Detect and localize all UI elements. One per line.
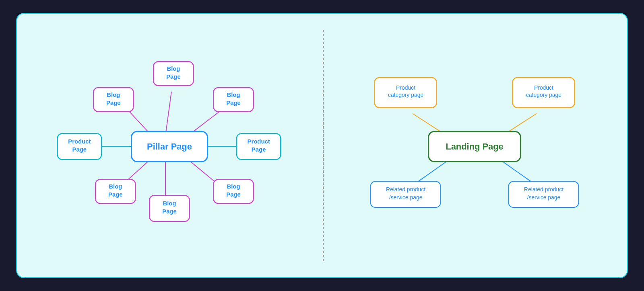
svg-text:Product: Product (396, 84, 415, 91)
svg-text:Blog: Blog (167, 66, 180, 72)
svg-line-1 (165, 92, 171, 135)
svg-text:Blog: Blog (109, 183, 122, 190)
svg-text:Landing Page: Landing Page (446, 141, 503, 152)
svg-text:Page: Page (226, 100, 241, 106)
svg-text:Page: Page (226, 191, 241, 198)
svg-text:Page: Page (72, 146, 87, 153)
svg-text:Page: Page (166, 74, 181, 80)
right-panel: Product category page Product category p… (322, 14, 627, 277)
svg-text:Blog: Blog (227, 92, 240, 98)
svg-text:category page: category page (388, 92, 423, 98)
svg-text:Pillar Page: Pillar Page (147, 141, 192, 152)
svg-text:/service page: /service page (389, 194, 423, 201)
svg-text:Page: Page (106, 100, 121, 106)
landing-diagram: Product category page Product category p… (322, 14, 627, 277)
left-panel: Blog Page Blog Page Blog Page Blog Page … (17, 14, 322, 277)
svg-text:Blog: Blog (107, 92, 120, 98)
svg-text:Blog: Blog (227, 183, 240, 190)
svg-text:Product: Product (248, 138, 270, 145)
pillar-diagram: Blog Page Blog Page Blog Page Blog Page … (17, 14, 322, 277)
svg-text:Related product: Related product (524, 186, 564, 193)
divider (323, 30, 324, 261)
outer-container: Blog Page Blog Page Blog Page Blog Page … (16, 13, 628, 278)
svg-text:Page: Page (108, 191, 123, 198)
svg-text:Page: Page (252, 146, 266, 153)
svg-text:Product: Product (534, 84, 553, 91)
svg-text:Blog: Blog (163, 200, 176, 207)
svg-text:Product: Product (68, 138, 91, 145)
svg-text:Page: Page (162, 208, 177, 215)
svg-text:Related product: Related product (386, 186, 425, 193)
svg-text:category page: category page (526, 92, 561, 98)
svg-text:/service page: /service page (527, 194, 561, 201)
